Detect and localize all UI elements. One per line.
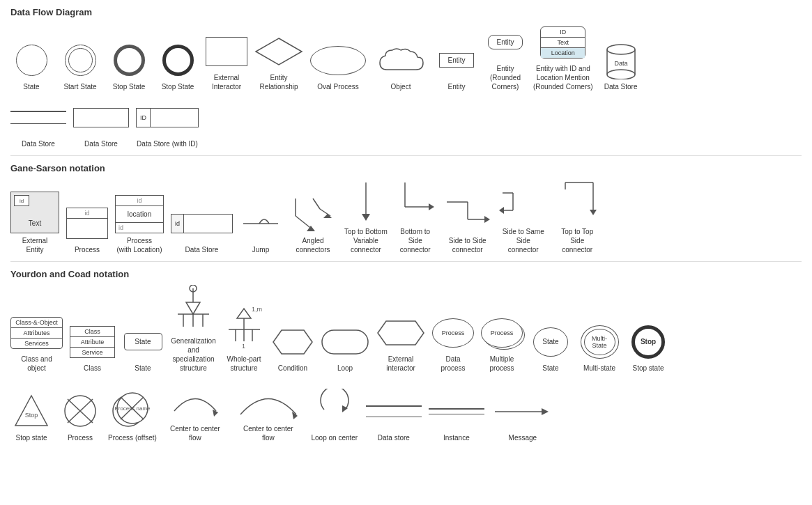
item-entity-rounded: Entity Entity(RoundedCorners) [484, 23, 526, 91]
item-yc-loop-center: Loop on center [310, 389, 359, 442]
yc-process-cross-shape [59, 392, 101, 430]
yc-instance-label: Instance [443, 433, 470, 442]
page: Data Flow Diagram State Start State [0, 0, 812, 456]
yc-class-label: Class [84, 364, 101, 373]
entity-location-row: Location [541, 48, 585, 58]
ds3-rect: ID [136, 108, 199, 127]
yc-instance-line1 [429, 408, 484, 410]
ds3-id-cell: ID [137, 109, 151, 127]
ds1-label: Data Store [22, 139, 55, 148]
item-yc-instance: Instance [429, 392, 484, 442]
gs-top-bottom-label: Top to BottomVariableconnector [344, 227, 388, 254]
stop-state-thick-shape [114, 41, 145, 79]
gs-top-top-svg [555, 179, 600, 224]
gs-jump-svg [240, 210, 282, 238]
yc-state-oval-label: State [542, 364, 558, 373]
gs-bottom-side-svg [394, 179, 436, 224]
svg-marker-29 [590, 210, 597, 215]
item-state: State [10, 41, 52, 91]
gs-ds-name-cell [184, 214, 233, 233]
gs-process-label: Process [75, 245, 100, 254]
dfd-row1: State Start State Stop State [10, 23, 802, 91]
item-oval-process: Oval Process [310, 41, 366, 91]
yc-ext-interactor-svg [376, 320, 425, 346]
gs-bottom-side-label: Bottom toSideconnector [400, 227, 431, 254]
stop-state-circle [162, 45, 194, 76]
gs-angled-shape [289, 195, 337, 233]
svg-text:1: 1 [242, 343, 245, 350]
yc-multiple-process-shape: Process [481, 313, 523, 352]
gs-top-top-label: Top to TopSideconnector [561, 227, 593, 254]
data-store-cylinder-svg: Data [604, 41, 638, 79]
entity-rounded-label: Entity(RoundedCorners) [490, 64, 521, 91]
item-data-store-cylinder: Data Data Store [600, 41, 642, 91]
yc-loop-label: Loop [337, 364, 353, 373]
item-ds1: Data Store [10, 98, 66, 148]
gs-angled-label: Angledconnectors [296, 236, 330, 254]
item-yc-class: Class Attribute Service Class [70, 323, 115, 373]
ds3-empty-cell [151, 109, 198, 127]
svg-marker-21 [484, 216, 490, 223]
start-state-label: Start State [63, 82, 96, 91]
gane-row: id Text ExternalEntity id Process [10, 179, 802, 254]
gs-jump-label: Jump [252, 245, 269, 254]
yc-process-offset-shape: Process name [109, 390, 156, 430]
ext-interactor-shape [206, 32, 247, 70]
entity-rel-label: EntityRelationship [259, 73, 298, 91]
item-yc-multistate: Multi-State Multi-state [579, 323, 620, 373]
yc-center-flow2-svg [233, 380, 303, 421]
yc-whole-part-label: Whole-partstructure [227, 355, 261, 373]
item-yc-class-object: Class-&-Object Attributes Services Class… [10, 313, 63, 373]
svg-marker-25 [499, 207, 504, 214]
ds1-lines [10, 111, 66, 124]
gs-bottom-side-shape [394, 179, 436, 224]
yc-center-flow2-label: Center to centerflow [243, 424, 293, 442]
stop-state-thick-label: Stop State [113, 82, 146, 91]
yc-center-flow1-shape [164, 383, 227, 421]
yc-loop-center-shape [310, 389, 359, 430]
yc-state-box: State [124, 333, 162, 350]
svg-rect-46 [322, 330, 368, 354]
item-yc-whole-part: 1,m 1 Whole-partstructure [223, 303, 265, 373]
dfd-title: Data Flow Diagram [10, 7, 802, 17]
yc-class-obj-label: Class andobject [21, 355, 52, 373]
yc-c-row3: Service [70, 348, 114, 357]
yc-class-obj-shape: Class-&-Object Attributes Services [10, 313, 63, 352]
yc-stop-triangle-svg: Stop [13, 392, 51, 430]
gs-ds-id-cell: id [171, 214, 184, 233]
stop-state-shape [162, 41, 194, 79]
start-state-circle [65, 45, 96, 76]
yc-loop-center-svg [310, 389, 359, 430]
ds2-label: Data Store [84, 139, 118, 148]
svg-marker-14 [362, 214, 370, 221]
object-cloud [373, 43, 429, 78]
item-yc-stop-state: Stop Stop state [627, 323, 669, 373]
gs-side-same-shape [499, 179, 548, 224]
yourdon-row1: Class-&-Object Attributes Services Class… [10, 285, 802, 373]
yc-data-store-lines [366, 405, 422, 417]
yc-condition-svg [272, 329, 314, 355]
yc-class-shape: Class Attribute Service [70, 323, 115, 361]
item-stop-state: Stop State [157, 41, 199, 91]
entity-id-location-shape: ID Text Location [540, 23, 585, 61]
item-gs-bottom-side: Bottom toSideconnector [394, 179, 436, 254]
item-gs-external-entity: id Text ExternalEntity [10, 192, 59, 254]
yc-state-oval-el: State [533, 327, 568, 357]
yc-state-label: State [135, 364, 151, 373]
object-label: Object [391, 82, 411, 91]
yc-whole-part-svg: 1,m 1 [225, 303, 263, 352]
gs-ext-entity-inner-label: Text [11, 219, 59, 227]
svg-text:Data: Data [614, 60, 627, 67]
entity-rounded-shape: Entity [488, 23, 523, 61]
ds1-line-top [10, 111, 66, 112]
dfd-section: Data Flow Diagram State Start State [10, 7, 802, 148]
yc-multiple-process-label: Multipleprocess [489, 355, 514, 373]
gs-side-same-svg [499, 179, 548, 224]
svg-marker-45 [273, 330, 312, 354]
entity-rounded-box: Entity [488, 35, 523, 49]
yc-message-svg [491, 401, 554, 422]
gs-side-side-svg [443, 188, 492, 233]
item-gs-side-same: Side to SameSideconnector [499, 179, 548, 254]
entity-shape: Entity [439, 41, 474, 79]
svg-marker-47 [15, 396, 47, 426]
